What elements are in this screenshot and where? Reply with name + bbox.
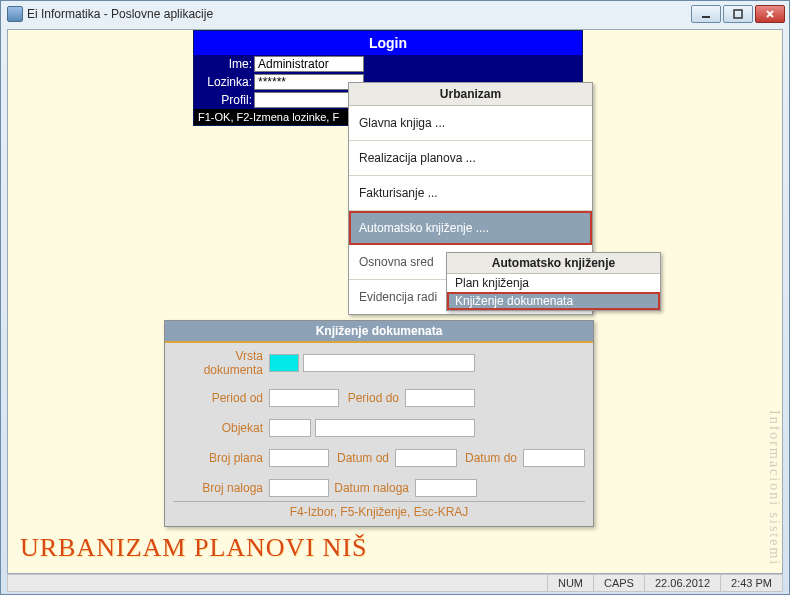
- maximize-button[interactable]: [723, 5, 753, 23]
- menu-item-automatsko-knjizenje[interactable]: Automatsko knjiženje ....: [349, 211, 592, 245]
- vrsta-dokumenta-name-input[interactable]: [303, 354, 475, 372]
- svg-rect-1: [734, 10, 742, 18]
- period-do-input[interactable]: [405, 389, 475, 407]
- knjizenje-dokumenata-window: Knjiženje dokumenata Vrsta dokumenta Per…: [164, 320, 594, 527]
- period-od-input[interactable]: [269, 389, 339, 407]
- objekat-label: Objekat: [173, 421, 265, 435]
- app-icon: [7, 6, 23, 22]
- close-button[interactable]: [755, 5, 785, 23]
- vrsta-dokumenta-code-input[interactable]: [269, 354, 299, 372]
- datum-od-input[interactable]: [395, 449, 457, 467]
- status-caps: CAPS: [593, 575, 644, 591]
- login-lozinka-label: Lozinka:: [194, 75, 254, 89]
- window-title: Ei Informatika - Poslovne aplikacije: [27, 7, 213, 21]
- datum-naloga-input[interactable]: [415, 479, 477, 497]
- broj-naloga-input[interactable]: [269, 479, 329, 497]
- login-title: Login: [194, 31, 582, 55]
- period-do-label: Period do: [343, 391, 401, 405]
- urbanizam-menu-title: Urbanizam: [349, 83, 592, 106]
- login-ime-label: Ime:: [194, 57, 254, 71]
- menu-item-glavna-knjiga[interactable]: Glavna knjiga ...: [349, 106, 592, 141]
- knjizenje-dokumenata-title: Knjiženje dokumenata: [165, 321, 593, 341]
- titlebar: Ei Informatika - Poslovne aplikacije: [1, 1, 789, 27]
- status-time: 2:43 PM: [720, 575, 782, 591]
- automatsko-knjizenje-menu: Automatsko knjiženje Plan knjiženja Knji…: [446, 252, 661, 311]
- main-window: Ei Informatika - Poslovne aplikacije Log…: [0, 0, 790, 595]
- datum-naloga-label: Datum naloga: [333, 481, 411, 495]
- menu-item-knjizenje-dokumenata[interactable]: Knjiženje dokumenata: [447, 292, 660, 310]
- objekat-code-input[interactable]: [269, 419, 311, 437]
- broj-plana-label: Broj plana: [173, 451, 265, 465]
- menu-item-fakturisanje[interactable]: Fakturisanje ...: [349, 176, 592, 211]
- vrsta-dokumenta-label: Vrsta dokumenta: [173, 349, 265, 377]
- login-profil-label: Profil:: [194, 93, 254, 107]
- menu-item-plan-knjizenja[interactable]: Plan knjiženja: [447, 274, 660, 292]
- svg-rect-0: [702, 16, 710, 18]
- status-bar: NUM CAPS 22.06.2012 2:43 PM: [7, 574, 783, 592]
- broj-naloga-label: Broj naloga: [173, 481, 265, 495]
- automatsko-knjizenje-title: Automatsko knjiženje: [447, 253, 660, 274]
- broj-plana-input[interactable]: [269, 449, 329, 467]
- page-title: URBANIZAM PLANOVI NIŠ: [20, 533, 367, 563]
- menu-item-realizacija-planova[interactable]: Realizacija planova ...: [349, 141, 592, 176]
- status-num: NUM: [547, 575, 593, 591]
- minimize-button[interactable]: [691, 5, 721, 23]
- watermark-sub: Informacioni sistemi: [766, 410, 780, 566]
- watermark: NexT Informacioni sistemi: [730, 276, 780, 566]
- datum-od-label: Datum od: [333, 451, 391, 465]
- knjizenje-dokumenata-body: Vrsta dokumenta Period od Period do Obje…: [165, 343, 593, 526]
- datum-do-label: Datum do: [461, 451, 519, 465]
- window-buttons: [691, 5, 785, 23]
- objekat-name-input[interactable]: [315, 419, 475, 437]
- period-od-label: Period od: [173, 391, 265, 405]
- status-date: 22.06.2012: [644, 575, 720, 591]
- login-ime-input[interactable]: [254, 56, 364, 72]
- datum-do-input[interactable]: [523, 449, 585, 467]
- knjizenje-dokumenata-footer: F4-Izbor, F5-Knjiženje, Esc-KRAJ: [173, 501, 585, 522]
- client-area: Login Ime: Lozinka: Profil: F1-OK, F2-Iz…: [7, 29, 783, 574]
